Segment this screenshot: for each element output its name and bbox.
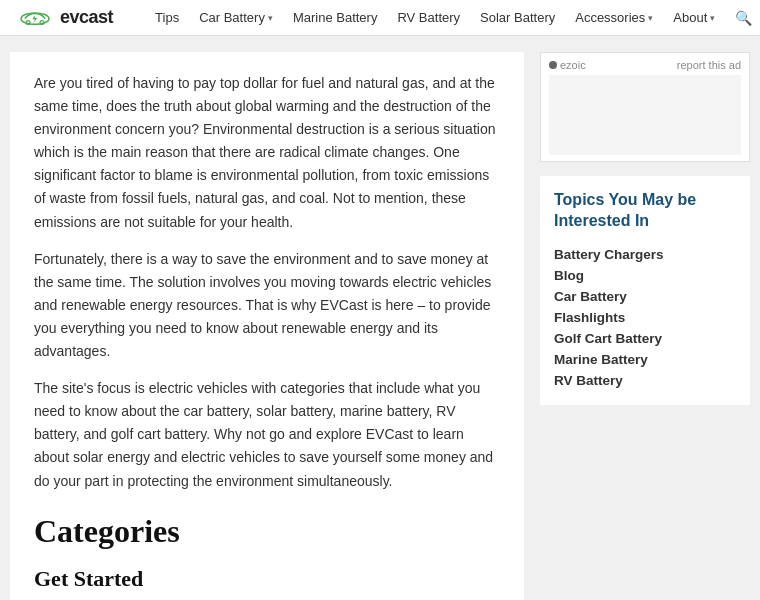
intro-paragraph-3: The site's focus is electric vehicles wi… <box>34 377 500 492</box>
topics-list: Battery ChargersBlogCar BatteryFlashligh… <box>554 244 736 391</box>
chevron-down-icon: ▾ <box>710 13 715 23</box>
search-button[interactable]: 🔍 <box>727 6 760 30</box>
nav-marine-battery[interactable]: Marine Battery <box>285 6 386 29</box>
categories-heading: Categories <box>34 513 500 550</box>
main-content: Are you tired of having to pay top dolla… <box>10 52 524 600</box>
intro-paragraph-1: Are you tired of having to pay top dolla… <box>34 72 500 234</box>
topics-list-item[interactable]: Marine Battery <box>554 349 736 370</box>
ad-box: ezoic report this ad <box>540 52 750 162</box>
topics-list-item[interactable]: Flashlights <box>554 307 736 328</box>
logo-icon <box>16 7 54 29</box>
page-wrap: Are you tired of having to pay top dolla… <box>0 36 760 600</box>
report-ad-link[interactable]: report this ad <box>677 59 741 71</box>
intro-paragraph-2: Fortunately, there is a way to save the … <box>34 248 500 363</box>
site-header: evcast Tips Car Battery ▾ Marine Battery… <box>0 0 760 36</box>
main-nav: Tips Car Battery ▾ Marine Battery RV Bat… <box>147 6 760 30</box>
topics-list-item[interactable]: RV Battery <box>554 370 736 391</box>
sidebar: ezoic report this ad Topics You May be I… <box>540 52 750 600</box>
nav-car-battery[interactable]: Car Battery ▾ <box>191 6 281 29</box>
get-started-heading: Get Started <box>34 566 500 592</box>
logo[interactable]: evcast <box>16 7 113 29</box>
nav-accessories[interactable]: Accessories ▾ <box>567 6 661 29</box>
chevron-down-icon: ▾ <box>268 13 273 23</box>
topics-list-item[interactable]: Battery Chargers <box>554 244 736 265</box>
topics-list-item[interactable]: Car Battery <box>554 286 736 307</box>
topics-list-item[interactable]: Blog <box>554 265 736 286</box>
topics-list-item[interactable]: Golf Cart Battery <box>554 328 736 349</box>
svg-point-1 <box>26 20 30 24</box>
logo-text: evcast <box>60 7 113 28</box>
ezoic-dot-icon <box>549 61 557 69</box>
ezoic-label: ezoic <box>549 59 586 71</box>
ad-placeholder <box>549 75 741 155</box>
nav-about[interactable]: About ▾ <box>665 6 723 29</box>
topics-title: Topics You May be Interested In <box>554 190 736 232</box>
topics-box: Topics You May be Interested In Battery … <box>540 176 750 405</box>
chevron-down-icon: ▾ <box>648 13 653 23</box>
svg-point-2 <box>40 20 44 24</box>
ad-label-row: ezoic report this ad <box>549 59 741 71</box>
nav-rv-battery[interactable]: RV Battery <box>389 6 468 29</box>
nav-solar-battery[interactable]: Solar Battery <box>472 6 563 29</box>
nav-tips[interactable]: Tips <box>147 6 187 29</box>
